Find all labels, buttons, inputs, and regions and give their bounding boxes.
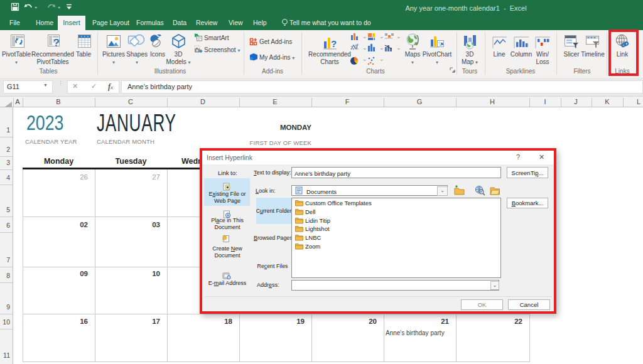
svg-text:⌄: ⌄ (379, 33, 384, 40)
svg-text:⌄: ⌄ (362, 45, 367, 51)
svg-text:⌄: ⌄ (379, 56, 384, 62)
svg-text:⌄: ⌄ (379, 45, 384, 51)
svg-text:?: ? (53, 37, 60, 48)
svg-text:⌄: ⌄ (362, 56, 367, 62)
svg-text:⌄: ⌄ (396, 33, 401, 40)
svg-text:⌄: ⌄ (362, 33, 367, 40)
svg-text:⌄: ⌄ (396, 45, 401, 51)
